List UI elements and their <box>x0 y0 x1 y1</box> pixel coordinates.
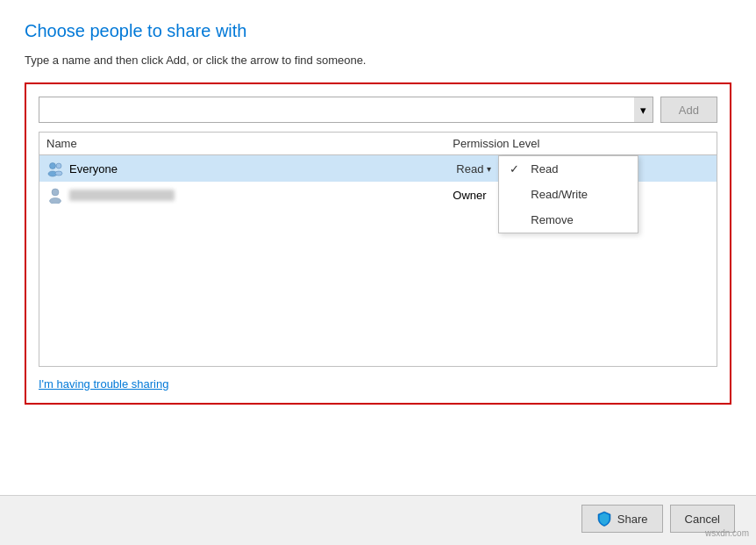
permission-value: Read <box>456 162 483 176</box>
dialog-title: Choose people to share with <box>25 21 731 41</box>
chevron-down-icon: ▾ <box>640 104 646 117</box>
name-dropdown-arrow[interactable]: ▾ <box>634 97 653 123</box>
col-name: Name <box>39 133 446 155</box>
perm-menu-label-remove: Remove <box>531 213 573 226</box>
permission-cell-everyone[interactable]: Read ▾ ✓ Read <box>446 155 717 183</box>
svg-point-4 <box>52 189 59 196</box>
perm-menu-label-read: Read <box>531 162 558 176</box>
table-wrapper: Name Permission Level <box>39 132 717 367</box>
permission-menu: ✓ Read ✓ Read/Write ✓ Re <box>498 155 638 233</box>
watermark: wsxdn.com <box>705 528 749 538</box>
people-table: Name Permission Level <box>39 132 717 367</box>
share-button[interactable]: Share <box>581 505 663 533</box>
dialog-footer: Share Cancel <box>0 495 756 545</box>
shield-icon <box>596 511 612 527</box>
dialog-subtitle: Type a name and then click Add, or click… <box>25 54 731 67</box>
perm-menu-item-readwrite[interactable]: ✓ Read/Write <box>499 182 638 207</box>
user-icon <box>46 186 64 204</box>
name-cell-inner: Everyone <box>46 160 439 177</box>
share-panel: ▾ Add Name Permission Level <box>25 82 731 405</box>
permission-dropdown-button[interactable]: Read ▾ <box>453 161 495 177</box>
group-icon <box>46 160 64 177</box>
owner-name-blurred <box>69 190 175 201</box>
perm-menu-label-readwrite: Read/Write <box>531 188 588 201</box>
add-button[interactable]: Add <box>660 97 717 123</box>
name-cell-inner2 <box>46 186 439 204</box>
col-permission: Permission Level <box>446 133 717 155</box>
name-cell-owner <box>39 182 446 208</box>
table-row: Everyone Read ▾ <box>39 155 717 183</box>
svg-point-5 <box>50 198 61 204</box>
name-input-wrapper: ▾ <box>39 97 653 123</box>
name-cell-everyone: Everyone <box>39 155 446 183</box>
perm-menu-item-read[interactable]: ✓ Read <box>499 156 638 182</box>
owner-permission: Owner <box>453 189 486 202</box>
dialog-container: Choose people to share with Type a name … <box>0 0 756 545</box>
permission-dropdown-arrow: ▾ <box>487 164 491 174</box>
everyone-label: Everyone <box>69 162 118 176</box>
name-input[interactable] <box>39 97 653 123</box>
share-button-label: Share <box>617 513 648 526</box>
input-row: ▾ Add <box>39 97 717 123</box>
dialog-content: Choose people to share with Type a name … <box>0 0 756 495</box>
svg-point-0 <box>50 163 56 169</box>
check-icon: ✓ <box>510 162 524 176</box>
table-header-row: Name Permission Level <box>39 133 717 155</box>
trouble-sharing-link[interactable]: I'm having trouble sharing <box>39 377 168 391</box>
perm-menu-item-remove[interactable]: ✓ Remove <box>499 207 638 233</box>
svg-point-3 <box>55 171 62 176</box>
svg-point-2 <box>56 163 61 169</box>
